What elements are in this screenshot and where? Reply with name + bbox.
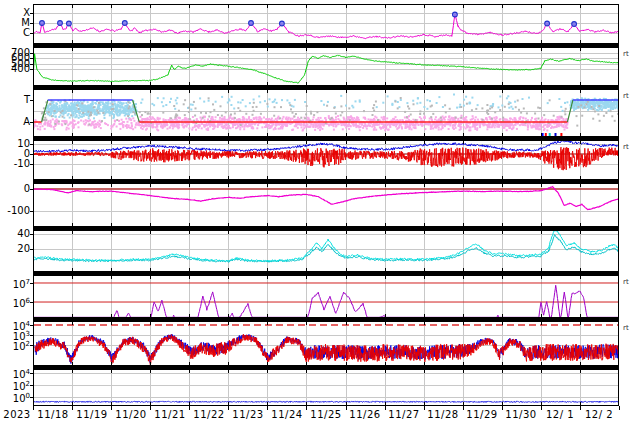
- xtick-label: 11/27: [382, 409, 426, 420]
- toward-sparse-scatter: [140, 94, 568, 112]
- year-label: 2023: [2, 409, 32, 420]
- ytick-label: 107: [0, 277, 30, 290]
- rt-label: rt: [623, 278, 629, 286]
- ytick-label: 102: [0, 339, 30, 352]
- ytick-label: 400: [0, 63, 30, 74]
- event-tick: [545, 133, 547, 136]
- panel-electron-flux-high: [33, 275, 619, 318]
- panel-border: [34, 184, 619, 227]
- event-tick: [555, 133, 557, 136]
- ytick-label: C: [0, 27, 30, 38]
- panel-imf-bz: [33, 140, 619, 180]
- panel-sector-polarity: [33, 89, 619, 137]
- away-early-scatter: [33, 117, 138, 130]
- electron-low-red-band: [35, 334, 619, 364]
- xtick-label: 11/26: [343, 409, 387, 420]
- xtick-label: 12/ 1: [538, 409, 582, 420]
- proton-flux-band: [33, 401, 619, 402]
- panel-electron-flux-low: [33, 321, 619, 366]
- flare-event-marker: [67, 21, 72, 26]
- ytick-label: -10: [0, 158, 30, 169]
- ytick-label: 106: [0, 296, 30, 309]
- panel-border: [34, 276, 619, 318]
- xtick-label: 11/21: [148, 409, 192, 420]
- rt-label: rt: [623, 143, 629, 151]
- xtick-label: 11/29: [460, 409, 504, 420]
- event-tick: [560, 133, 562, 136]
- xtick-label: 11/22: [187, 409, 231, 420]
- flare-event-marker: [40, 21, 45, 26]
- panel-separator: [33, 318, 619, 321]
- panel-proton-flux: [33, 369, 619, 406]
- panel-separator: [33, 227, 619, 230]
- flare-event-marker: [122, 21, 127, 26]
- panel-separator: [33, 137, 619, 140]
- flare-event-marker: [280, 21, 285, 26]
- xtick-label: 12/ 2: [577, 409, 621, 420]
- panel-separator: [33, 366, 619, 369]
- flare-event-marker: [249, 21, 254, 26]
- ytick-label: 20: [0, 243, 30, 254]
- xtick-label: 11/20: [109, 409, 153, 420]
- rt-label: rt: [623, 92, 629, 100]
- xtick-label: 11/24: [265, 409, 309, 420]
- ytick-label: 40: [0, 228, 30, 239]
- dst-line: [33, 187, 619, 210]
- flare-event-marker: [453, 12, 458, 17]
- panel-border: [34, 370, 619, 406]
- panel-dst-index: [33, 183, 619, 227]
- xtick-label: 11/28: [421, 409, 465, 420]
- panel-separator: [33, 272, 619, 275]
- panel-xray-flux: [33, 4, 619, 44]
- solar-geophysical-activity-figure: XMC700600500400TA100-100-100402010710610…: [0, 0, 634, 424]
- xtick-label: 11/30: [499, 409, 543, 420]
- panel-border: [34, 231, 619, 272]
- xtick-label: 11/23: [226, 409, 270, 420]
- xtick-label: 11/19: [70, 409, 114, 420]
- density-line-2: [33, 235, 619, 263]
- panel-separator: [33, 86, 619, 89]
- plot-area: [33, 4, 619, 406]
- xtick-label: 11/25: [304, 409, 348, 420]
- xray-flux-line: [33, 14, 619, 39]
- ytick-label: A: [0, 116, 30, 127]
- toward-samples-scatter: [46, 99, 138, 120]
- electron-flux-line: [33, 285, 619, 317]
- panel-proton-density: [33, 230, 619, 272]
- ytick-label: 0: [0, 183, 30, 194]
- flare-event-marker: [572, 22, 577, 27]
- rt-label: rt: [623, 50, 629, 58]
- panel-separator: [33, 44, 619, 47]
- xtick-label: 11/18: [31, 409, 75, 420]
- rt-label: rt: [623, 324, 629, 332]
- ytick-label: 100: [0, 391, 30, 404]
- panel-separator: [33, 180, 619, 183]
- ytick-label: -100: [0, 205, 30, 216]
- ytick-label: T: [0, 94, 30, 105]
- event-tick: [549, 133, 551, 136]
- flare-event-marker: [545, 21, 550, 26]
- panel-solar-wind-speed: [33, 47, 619, 86]
- flare-event-marker: [58, 21, 63, 26]
